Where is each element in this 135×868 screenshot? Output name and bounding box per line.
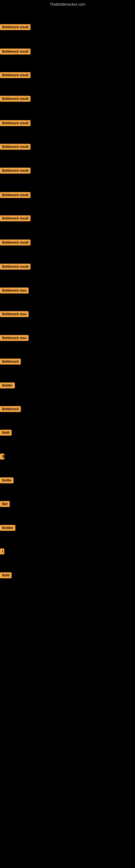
bottleneck-badge-6[interactable]: Bottleneck result: [0, 144, 31, 150]
bottleneck-badge-20[interactable]: Bottle: [0, 477, 13, 484]
bottleneck-badge-18[interactable]: Bottl: [0, 430, 12, 436]
bottleneck-badge-17[interactable]: Bottleneck: [0, 406, 21, 412]
bottleneck-badge-1[interactable]: Bottleneck result: [0, 24, 31, 30]
bottleneck-badge-5[interactable]: Bottleneck result: [0, 120, 31, 126]
bottleneck-badge-3[interactable]: Bottleneck result: [0, 72, 31, 78]
bottleneck-result-row-8: Bottleneck result: [0, 192, 31, 199]
bottleneck-result-row-5: Bottleneck result: [0, 120, 31, 127]
bottleneck-result-row-21: Bot: [0, 501, 10, 508]
bottleneck-badge-11[interactable]: Bottleneck result: [0, 264, 31, 270]
bottleneck-result-row-14: Bottleneck resu: [0, 335, 29, 342]
bottleneck-badge-22[interactable]: Bottlen: [0, 525, 15, 531]
bottleneck-result-row-20: Bottle: [0, 477, 13, 485]
bottleneck-result-row-9: Bottleneck result: [0, 215, 31, 222]
bottleneck-result-row-10: Bottleneck result: [0, 240, 31, 247]
bottleneck-result-row-1: Bottleneck result: [0, 24, 31, 31]
bottleneck-result-row-24: Bottl: [0, 572, 12, 579]
bottleneck-result-row-22: Bottlen: [0, 525, 15, 532]
bottleneck-result-row-6: Bottleneck result: [0, 144, 31, 151]
bottleneck-badge-13[interactable]: Bottleneck resu: [0, 311, 29, 317]
bottleneck-result-row-2: Bottleneck result: [0, 49, 31, 56]
bottleneck-badge-4[interactable]: Bottleneck result: [0, 96, 31, 102]
bottleneck-result-row-19: B: [0, 454, 4, 461]
bottleneck-badge-23[interactable]: I: [0, 549, 4, 554]
site-title: TheBottlenecker.com: [0, 0, 135, 9]
bottleneck-badge-2[interactable]: Bottleneck result: [0, 49, 31, 55]
bottleneck-badge-21[interactable]: Bot: [0, 501, 10, 507]
bottleneck-result-row-12: Bottleneck resu: [0, 287, 29, 294]
bottleneck-result-row-7: Bottleneck result: [0, 167, 31, 175]
bottleneck-badge-9[interactable]: Bottleneck result: [0, 215, 31, 221]
bottleneck-result-row-23: I: [0, 549, 4, 556]
bottleneck-result-row-4: Bottleneck result: [0, 96, 31, 103]
bottleneck-badge-15[interactable]: Bottleneck: [0, 359, 21, 365]
bottleneck-result-row-15: Bottleneck: [0, 359, 21, 366]
bottleneck-result-row-13: Bottleneck resu: [0, 311, 29, 318]
bottleneck-badge-19[interactable]: B: [0, 454, 4, 460]
bottleneck-badge-10[interactable]: Bottleneck result: [0, 240, 31, 246]
bottleneck-result-row-3: Bottleneck result: [0, 72, 31, 79]
bottleneck-badge-8[interactable]: Bottleneck result: [0, 192, 31, 198]
bottleneck-result-row-18: Bottl: [0, 430, 12, 437]
bottleneck-result-row-11: Bottleneck result: [0, 264, 31, 271]
bottleneck-badge-7[interactable]: Bottleneck result: [0, 167, 31, 174]
bottleneck-result-row-17: Bottleneck: [0, 406, 21, 413]
bottleneck-badge-14[interactable]: Bottleneck resu: [0, 335, 29, 341]
bottleneck-result-row-16: Bottler: [0, 382, 15, 390]
bottleneck-badge-16[interactable]: Bottler: [0, 382, 15, 389]
bottleneck-badge-24[interactable]: Bottl: [0, 572, 12, 578]
bottleneck-badge-12[interactable]: Bottleneck resu: [0, 287, 29, 293]
